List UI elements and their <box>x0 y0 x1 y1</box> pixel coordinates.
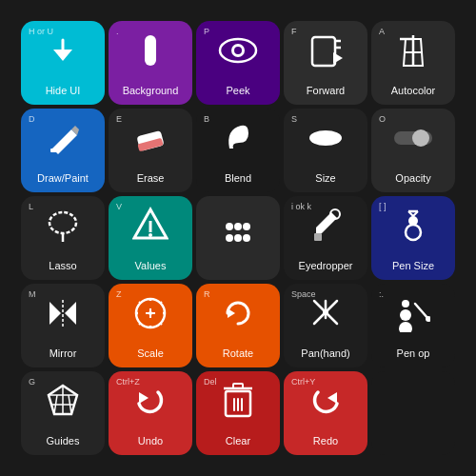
svg-line-48 <box>160 302 162 304</box>
shortcut-values: V <box>116 202 122 211</box>
svg-marker-38 <box>65 302 76 325</box>
svg-point-19 <box>50 212 76 233</box>
shortcut-eyedropper: i ok k <box>291 202 311 211</box>
shortcut-clear: Del <box>204 377 217 387</box>
svg-marker-52 <box>228 308 235 318</box>
label-clear: Clear <box>226 435 250 447</box>
label-pen-size: Pen Size <box>392 260 434 272</box>
cell-blend[interactable]: B Blend <box>196 109 280 192</box>
cell-mirror[interactable]: M Mirror <box>21 284 105 367</box>
label-values: Values <box>135 260 167 272</box>
cell-rotate[interactable]: R Rotate <box>196 284 280 367</box>
label-hide-ui: Hide UI <box>46 85 81 97</box>
svg-point-26 <box>226 234 233 242</box>
label-peek: Peek <box>226 85 249 97</box>
label-rotate: Rotate <box>223 347 253 360</box>
icon-pen-op <box>371 284 455 344</box>
shortcut-erase: E <box>116 114 122 124</box>
svg-marker-75 <box>327 392 337 404</box>
shortcut-autocolor: A <box>379 27 385 36</box>
label-guides: Guides <box>47 435 80 447</box>
shortcut-hide-ui: H or U <box>29 27 53 36</box>
cell-autocolor[interactable]: A Autocolor <box>371 21 455 105</box>
svg-rect-13 <box>50 149 60 152</box>
svg-point-61 <box>399 322 412 332</box>
svg-marker-1 <box>53 50 72 61</box>
cell-eyedropper[interactable]: i ok k Eyedropper <box>284 196 367 280</box>
svg-point-23 <box>149 233 152 237</box>
icon-lasso <box>21 196 105 256</box>
svg-marker-9 <box>333 52 343 64</box>
label-redo: Redo <box>313 435 338 447</box>
svg-point-29 <box>234 234 242 242</box>
label-mirror: Mirror <box>50 347 77 360</box>
shortcut-lasso: L <box>29 202 33 211</box>
cell-lasso[interactable]: L Lasso <box>21 196 105 280</box>
cell-background[interactable]: . Background <box>109 21 192 105</box>
shortcut-pen-size: [ ] <box>379 202 387 211</box>
cell-clear[interactable]: Del Clear <box>196 371 280 455</box>
shortcut-pen-op: :. <box>379 289 384 299</box>
shortcut-draw-paint: D <box>29 114 35 124</box>
label-forward: Forward <box>307 85 345 97</box>
cell-pen-op[interactable]: :. Pen op <box>371 284 455 367</box>
svg-point-25 <box>243 223 250 230</box>
shortcut-rotate: R <box>204 289 210 299</box>
cell-undo[interactable]: Ctrl+Z Undo <box>109 371 192 455</box>
cell-redo[interactable]: Ctrl+Y Redo <box>284 371 367 455</box>
cell-guides[interactable]: G Guides <box>21 371 105 455</box>
svg-rect-30 <box>314 233 322 241</box>
label-scale: Scale <box>137 347 164 360</box>
label-size: Size <box>315 172 335 185</box>
cell-scale[interactable]: Z Scale <box>109 284 192 367</box>
svg-line-46 <box>139 302 141 304</box>
label-autocolor: Autocolor <box>391 85 435 97</box>
cell-peek[interactable]: P Peek <box>196 21 280 105</box>
shortcut-redo: Ctrl+Y <box>291 377 315 387</box>
svg-point-33 <box>406 225 421 240</box>
label-opacity: Opacity <box>395 172 430 185</box>
cell-dots[interactable] <box>196 196 280 280</box>
label-undo: Undo <box>138 435 163 447</box>
shortcut-background: . <box>116 27 119 36</box>
cell-opacity[interactable]: O Opacity <box>371 109 455 192</box>
label-lasso: Lasso <box>49 260 76 272</box>
svg-point-27 <box>243 234 250 242</box>
shortcut-undo: Ctrl+Z <box>116 377 140 387</box>
svg-point-59 <box>402 300 409 307</box>
svg-point-28 <box>234 223 242 230</box>
label-eyedropper: Eyedropper <box>299 260 353 272</box>
cell-pen-size[interactable]: [ ] Pen Size <box>371 196 455 280</box>
label-draw-paint: Draw/Paint <box>37 172 89 185</box>
svg-point-58 <box>323 309 328 315</box>
shortcut-opacity: O <box>379 114 386 124</box>
label-erase: Erase <box>137 172 165 185</box>
svg-point-5 <box>234 47 242 54</box>
svg-point-24 <box>226 223 233 230</box>
svg-point-16 <box>309 130 342 146</box>
svg-marker-37 <box>50 302 61 325</box>
svg-line-47 <box>160 323 162 325</box>
label-background: Background <box>123 85 179 97</box>
cell-forward[interactable]: F Forward <box>284 21 367 105</box>
shortcut-blend: B <box>204 114 209 124</box>
cell-size[interactable]: S Size <box>284 109 367 192</box>
label-pen-op: Pen op <box>397 347 430 360</box>
shortcut-peek: P <box>204 27 209 36</box>
shortcut-forward: F <box>291 27 297 36</box>
label-blend: Blend <box>225 172 251 185</box>
cell-draw-paint[interactable]: D Draw/Paint <box>21 109 105 192</box>
svg-rect-2 <box>145 35 156 66</box>
cell-values[interactable]: V Values <box>109 196 192 280</box>
svg-point-18 <box>412 129 429 147</box>
cell-erase[interactable]: E Erase <box>109 109 192 192</box>
shortcut-scale: Z <box>116 289 122 299</box>
cell-pan-hand[interactable]: Space Pan(hand) <box>284 284 367 367</box>
cell-empty <box>371 371 455 455</box>
shortcut-size: S <box>291 114 297 124</box>
tool-grid: H or U Hide UI . Background P Peek <box>13 13 463 463</box>
label-pan-hand: Pan(hand) <box>301 347 349 360</box>
svg-rect-6 <box>312 37 335 66</box>
cell-hide-ui[interactable]: H or U Hide UI <box>21 21 105 105</box>
shortcut-mirror: M <box>29 289 36 299</box>
